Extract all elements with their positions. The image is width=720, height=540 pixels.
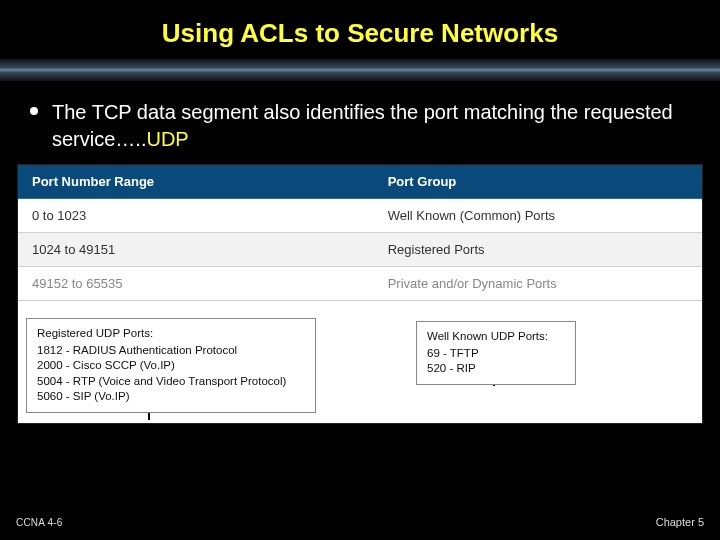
ports-table: Port Number Range Port Group 0 to 1023 W… [18, 165, 702, 301]
title-divider [0, 59, 720, 81]
callout-line: 1812 - RADIUS Authentication Protocol [37, 343, 305, 359]
callout-registered-udp: Registered UDP Ports: 1812 - RADIUS Auth… [26, 318, 316, 413]
table-header-range: Port Number Range [18, 165, 374, 199]
callout-heading: Well Known UDP Ports: [427, 329, 565, 345]
cell-group: Well Known (Common) Ports [374, 199, 702, 233]
bullet-udp-text: UDP [146, 128, 188, 150]
callout-line: 69 - TFTP [427, 346, 565, 362]
callout-line: 5060 - SIP (Vo.IP) [37, 389, 305, 405]
table-row: 0 to 1023 Well Known (Common) Ports [18, 199, 702, 233]
cell-group: Registered Ports [374, 233, 702, 267]
callout-line: 5004 - RTP (Voice and Video Transport Pr… [37, 374, 305, 390]
footer-left: CCNA 4-6 [16, 517, 63, 528]
callout-line: 520 - RIP [427, 361, 565, 377]
bullet-dot-icon [30, 107, 38, 115]
callouts-area: Registered UDP Ports: 1812 - RADIUS Auth… [18, 293, 702, 423]
cell-range: 0 to 1023 [18, 199, 374, 233]
table-header-group: Port Group [374, 165, 702, 199]
callout-heading: Registered UDP Ports: [37, 326, 305, 342]
ports-figure: Port Number Range Port Group 0 to 1023 W… [18, 165, 702, 423]
callout-wellknown-udp: Well Known UDP Ports: 69 - TFTP 520 - RI… [416, 321, 576, 385]
cell-range: 1024 to 49151 [18, 233, 374, 267]
bullet-item: The TCP data segment also identifies the… [0, 99, 720, 165]
table-row: 1024 to 49151 Registered Ports [18, 233, 702, 267]
footer-right: Chapter 5 [656, 516, 704, 528]
slide-title: Using ACLs to Secure Networks [0, 0, 720, 59]
callout-line: 2000 - Cisco SCCP (Vo.IP) [37, 358, 305, 374]
